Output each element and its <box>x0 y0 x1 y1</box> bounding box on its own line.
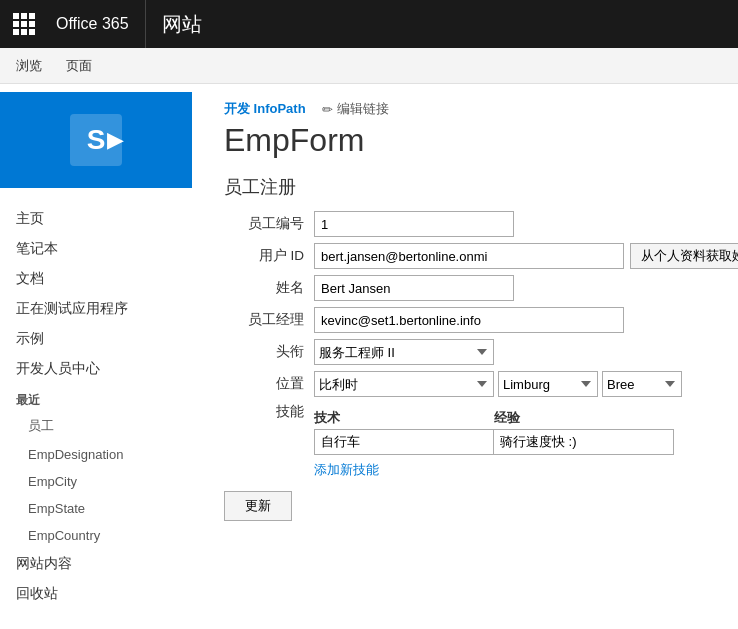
sidebar-item-testing[interactable]: 正在测试应用程序 <box>0 294 200 324</box>
user-id-label: 用户 ID <box>224 247 314 265</box>
sidebar-item-examples[interactable]: 示例 <box>0 324 200 354</box>
location-dropdowns: 比利时荷兰德国 LimburgAntwerpGhent BreeHasseltG… <box>314 371 682 397</box>
second-nav: 浏览 页面 <box>0 48 738 84</box>
emp-id-row: 员工编号 <box>224 211 738 237</box>
form-section-title: 员工注册 <box>224 175 738 199</box>
main-layout: S ▶ 主页 笔记本 文档 正在测试应用程序 示例 开发人员中心 最近 员工 E… <box>0 84 738 629</box>
skills-col-exp-header: 经验 <box>494 409 674 427</box>
add-skill-link[interactable]: 添加新技能 <box>314 461 379 479</box>
sidebar-item-home[interactable]: 主页 <box>0 204 200 234</box>
location-city-select[interactable]: BreeHasseltGenk <box>602 371 682 397</box>
position-label: 头衔 <box>224 343 314 361</box>
fetch-button[interactable]: 从个人资料获取姓名和经理 <box>630 243 738 269</box>
site-name: 网站 <box>146 11 218 38</box>
emp-id-label: 员工编号 <box>224 215 314 233</box>
skills-label: 技能 <box>224 403 314 421</box>
pencil-icon-2: ✏ <box>322 102 333 117</box>
position-row: 头衔 服务工程师 II服务工程师 I高级工程师 <box>224 339 738 365</box>
sidebar-item-recycle[interactable]: 回收站 <box>0 579 200 609</box>
location-region-select[interactable]: LimburgAntwerpGhent <box>498 371 598 397</box>
site-logo[interactable]: S ▶ <box>0 92 192 188</box>
skill-exp-input[interactable] <box>494 429 674 455</box>
sidebar-item-empcountry[interactable]: EmpCountry <box>0 522 200 549</box>
sidebar-item-notebook[interactable]: 笔记本 <box>0 234 200 264</box>
sidebar-item-employee[interactable]: 员工 <box>0 411 200 441</box>
nav-page[interactable]: 页面 <box>66 57 92 75</box>
skills-col-tech-header: 技术 <box>314 409 494 427</box>
sidebar-item-empdesignation[interactable]: EmpDesignation <box>0 441 200 468</box>
sidebar-item-docs[interactable]: 文档 <box>0 264 200 294</box>
manager-row: 员工经理 <box>224 307 738 333</box>
form-title: EmpForm <box>224 122 738 159</box>
infopath-header: 开发 InfoPath ✏ 编辑链接 <box>224 100 738 118</box>
recent-label: 最近 <box>0 384 200 411</box>
skill-tech-input[interactable] <box>314 429 494 455</box>
name-input[interactable] <box>314 275 514 301</box>
sidebar-item-empstate[interactable]: EmpState <box>0 495 200 522</box>
update-button[interactable]: 更新 <box>224 491 292 521</box>
user-id-input[interactable] <box>314 243 624 269</box>
waffle-icon <box>13 13 35 35</box>
app-name[interactable]: Office 365 <box>48 0 146 48</box>
location-label: 位置 <box>224 375 314 393</box>
sidebar-item-empcity[interactable]: EmpCity <box>0 468 200 495</box>
name-label: 姓名 <box>224 279 314 297</box>
sidebar-nav: 主页 笔记本 文档 正在测试应用程序 示例 开发人员中心 最近 员工 EmpDe… <box>0 196 200 617</box>
skills-area: 技术 经验 添加新技能 <box>314 409 674 479</box>
nav-browse[interactable]: 浏览 <box>16 57 42 75</box>
sidebar-item-sitecontent[interactable]: 网站内容 <box>0 549 200 579</box>
waffle-menu[interactable] <box>0 0 48 48</box>
top-bar: Office 365 网站 <box>0 0 738 48</box>
location-country-select[interactable]: 比利时荷兰德国 <box>314 371 494 397</box>
sidebar-item-devcenter[interactable]: 开发人员中心 <box>0 354 200 384</box>
sp-icon: S ▶ <box>70 114 122 166</box>
manager-label: 员工经理 <box>224 311 314 329</box>
sidebar: S ▶ 主页 笔记本 文档 正在测试应用程序 示例 开发人员中心 最近 员工 E… <box>0 84 200 629</box>
user-id-row: 用户 ID 从个人资料获取姓名和经理 <box>224 243 738 269</box>
skills-row-1 <box>314 429 674 455</box>
skills-header: 技术 经验 <box>314 409 674 427</box>
content-area: 开发 InfoPath ✏ 编辑链接 EmpForm 员工注册 员工编号 用户 … <box>200 84 738 629</box>
name-row: 姓名 <box>224 275 738 301</box>
update-button-row: 更新 <box>224 479 738 521</box>
emp-id-input[interactable] <box>314 211 514 237</box>
sharepoint-logo: S ▶ <box>70 114 122 166</box>
infopath-edit-text: 编辑链接 <box>337 100 389 118</box>
infopath-label: 开发 InfoPath <box>224 100 306 118</box>
infopath-edit-link[interactable]: ✏ 编辑链接 <box>322 100 389 118</box>
location-row: 位置 比利时荷兰德国 LimburgAntwerpGhent BreeHasse… <box>224 371 738 397</box>
position-select[interactable]: 服务工程师 II服务工程师 I高级工程师 <box>314 339 494 365</box>
manager-input[interactable] <box>314 307 624 333</box>
